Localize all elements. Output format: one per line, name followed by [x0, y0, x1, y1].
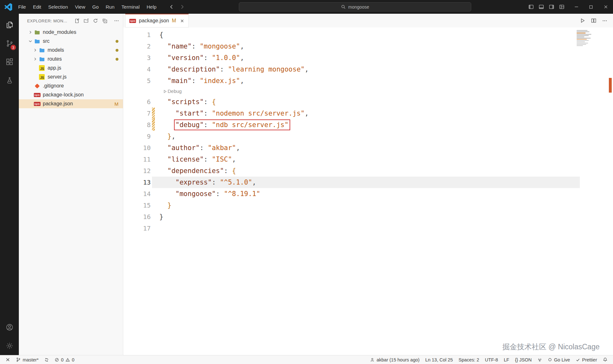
code-line-2[interactable]: 2 "name": "mongoose",: [123, 41, 613, 52]
activity-explorer[interactable]: [0, 16, 19, 34]
activity-extensions[interactable]: [0, 53, 19, 71]
status-encoding[interactable]: UTF-8: [482, 355, 501, 364]
tree-item-server.js[interactable]: JSserver.js: [19, 72, 123, 81]
run-small-icon: [163, 89, 167, 94]
code-line-text: "express": "^5.1.0",: [155, 177, 580, 188]
status-remote[interactable]: [3, 355, 13, 364]
menu-run[interactable]: Run: [102, 0, 118, 14]
tree-item-package-lock.json[interactable]: npmpackage-lock.json: [19, 90, 123, 99]
activity-testing[interactable]: [0, 71, 19, 90]
overview-ruler-modified-marker: [609, 78, 612, 93]
collapse-all-icon[interactable]: [102, 18, 107, 23]
code-line-4[interactable]: 4 "description": "learning mongoose",: [123, 64, 613, 75]
tab-package-json[interactable]: npm package.json M: [125, 14, 189, 27]
gutter-spacer: [152, 87, 155, 96]
code-line-17[interactable]: 17: [123, 223, 613, 234]
npm-icon: npm: [34, 102, 41, 106]
status-go-live[interactable]: Go Live: [545, 355, 573, 364]
code-line-13[interactable]: 13 "express": "^5.1.0",: [123, 177, 613, 188]
code-line-12[interactable]: 12 "dependencies": {: [123, 165, 613, 177]
code-line-8[interactable]: 8 "debug": "ndb src/server.js": [123, 119, 613, 131]
tree-item-routes[interactable]: routes: [19, 55, 123, 64]
editor-group: npm package.json M 1{2 "name": "mongoose…: [123, 14, 613, 355]
menu-selection[interactable]: Selection: [45, 0, 72, 14]
status-right: akbar (15 hours ago)Ln 13, Col 25Spaces:…: [367, 355, 610, 364]
status-branch[interactable]: master*: [13, 355, 42, 364]
menu-edit[interactable]: Edit: [29, 0, 45, 14]
code-line-5[interactable]: 5 "main": "index.js",: [123, 75, 613, 87]
code-line-11[interactable]: 11 "license": "ISC",: [123, 154, 613, 165]
status-bar: master*00 akbar (15 hours ago)Ln 13, Col…: [0, 355, 613, 364]
command-center-search[interactable]: mongoose: [239, 2, 471, 11]
tree-item-package.json[interactable]: npmpackage.jsonM: [19, 99, 123, 108]
status-indentation[interactable]: Spaces: 2: [456, 355, 482, 364]
status-problems[interactable]: 00: [52, 355, 77, 364]
new-file-icon[interactable]: [74, 18, 79, 23]
scrollbar[interactable]: [607, 27, 613, 355]
tree-item-node_modules[interactable]: node_modules: [19, 28, 123, 37]
tree-item-.gitignore[interactable]: .gitignore: [19, 81, 123, 90]
status-notifications[interactable]: [600, 355, 610, 364]
menu-view[interactable]: View: [72, 0, 89, 14]
code-line-1[interactable]: 1{: [123, 29, 613, 41]
code-line-text: "license": "ISC",: [155, 154, 580, 165]
modified-dot-icon: [116, 49, 118, 52]
code-line-10[interactable]: 10 "author": "akbar",: [123, 142, 613, 154]
customize-layout-icon[interactable]: [559, 4, 564, 10]
code-line-9[interactable]: 9 },: [123, 131, 613, 142]
code-line-7[interactable]: 7 "start": "nodemon src/server.js",: [123, 108, 613, 119]
status-prettier[interactable]: Prettier: [573, 355, 600, 364]
line-number: 17: [123, 223, 151, 234]
code-line-15[interactable]: 15 }: [123, 200, 613, 211]
code-line-3[interactable]: 3 "version": "1.0.0",: [123, 52, 613, 64]
new-folder-icon[interactable]: [84, 18, 89, 23]
codelens-debug[interactable]: Debug: [123, 87, 613, 96]
status-radio-tower[interactable]: [534, 355, 545, 364]
tree-item-app.js[interactable]: JSapp.js: [19, 64, 123, 72]
activity-account[interactable]: [0, 318, 19, 337]
gutter-spacer: [152, 165, 155, 177]
close-button[interactable]: [598, 0, 613, 14]
status-eol[interactable]: LF: [501, 355, 512, 364]
run-icon[interactable]: [580, 18, 585, 23]
gutter-spacer: [152, 64, 155, 75]
tree-item-src[interactable]: src: [19, 37, 123, 46]
more-icon[interactable]: [602, 18, 607, 23]
toggle-panel-icon[interactable]: [539, 4, 544, 10]
activity-source-control[interactable]: 3: [0, 34, 19, 53]
back-button[interactable]: [169, 4, 174, 10]
status-cursor-position[interactable]: Ln 13, Col 25: [422, 355, 456, 364]
status-language-mode[interactable]: {} JSON: [512, 355, 534, 364]
refresh-icon[interactable]: [93, 18, 98, 23]
activity-settings[interactable]: [0, 337, 19, 355]
code-line-6[interactable]: 6 "scripts": {: [123, 96, 613, 108]
status-git-blame[interactable]: akbar (15 hours ago): [367, 355, 422, 364]
toggle-secondary-sidebar-icon[interactable]: [549, 4, 554, 10]
chevron-right-icon: [32, 48, 38, 52]
maximize-button[interactable]: [584, 0, 598, 14]
remote-icon: [5, 357, 10, 362]
code-area: 1{2 "name": "mongoose",3 "version": "1.0…: [123, 27, 613, 355]
minimap[interactable]: [574, 27, 607, 355]
code-line-16[interactable]: 16}: [123, 211, 613, 223]
code-line-14[interactable]: 14 "mongoose": "^8.19.1": [123, 188, 613, 200]
tab-label: package.json: [139, 18, 169, 24]
menu-go[interactable]: Go: [89, 0, 102, 14]
code-line-text: "start": "nodemon src/server.js",: [155, 108, 580, 119]
menu-help[interactable]: Help: [143, 0, 160, 14]
layout-controls: [528, 4, 564, 10]
status-sync[interactable]: [42, 355, 52, 364]
toggle-primary-sidebar-icon[interactable]: [528, 4, 534, 10]
tree-item-models[interactable]: models: [19, 46, 123, 55]
code-line-text: {: [155, 29, 580, 41]
forward-button[interactable]: [179, 4, 185, 10]
close-icon[interactable]: [180, 19, 185, 23]
more-icon[interactable]: [114, 18, 119, 23]
open-changes-icon[interactable]: [591, 18, 596, 23]
line-number: 8: [123, 119, 151, 131]
sidebar-title: EXPLORER: MON...: [27, 19, 67, 23]
folder-icon: [38, 57, 45, 62]
menu-file[interactable]: File: [15, 0, 29, 14]
minimize-button[interactable]: [569, 0, 584, 14]
menu-terminal[interactable]: Terminal: [118, 0, 143, 14]
